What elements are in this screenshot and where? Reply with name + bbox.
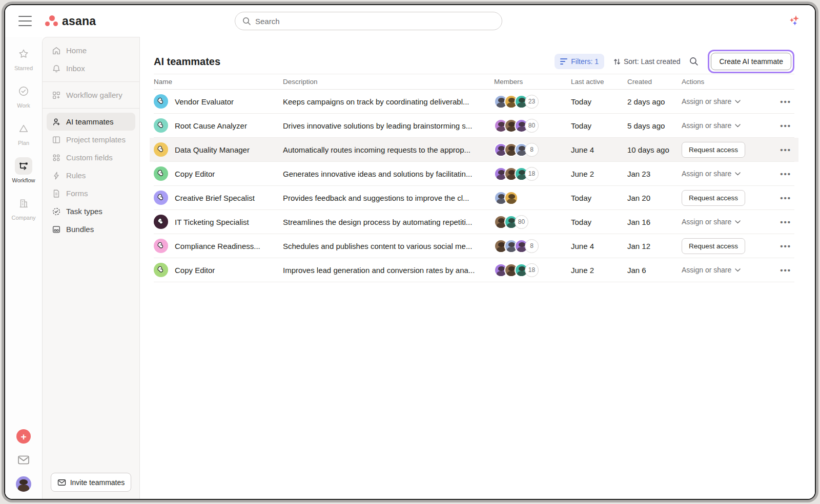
members-avatar-group[interactable]: 18 — [494, 263, 571, 277]
assign-or-share-dropdown[interactable]: Assign or share — [682, 97, 758, 106]
teammate-avatar-icon — [154, 239, 168, 253]
rail-item-workflow[interactable]: Workflow — [12, 157, 35, 183]
sort-arrows-icon — [613, 58, 621, 66]
assign-or-share-label: Assign or share — [682, 121, 731, 130]
more-options-button[interactable]: ••• — [780, 266, 791, 275]
assign-or-share-dropdown[interactable]: Assign or share — [682, 218, 758, 226]
sidebar-item-bundles[interactable]: Bundles — [47, 220, 135, 238]
table-row[interactable]: Creative Brief Specalist Provides feedba… — [154, 186, 794, 210]
table-row[interactable]: Vendor Evaluator Keeps campaigns on trac… — [154, 90, 794, 114]
table-search-icon[interactable] — [689, 57, 699, 66]
teammate-name: Data Quality Manager — [175, 145, 250, 154]
create-ai-teammate-button[interactable]: Create AI teammate — [711, 53, 791, 70]
invite-teammates-button[interactable]: Invite teammates — [51, 473, 131, 492]
sidebar-item-rules[interactable]: Rules — [47, 166, 135, 184]
bundles-icon — [52, 225, 61, 234]
sidebar-item-forms[interactable]: Forms — [47, 184, 135, 202]
teammate-name: Vendor Evaluator — [175, 97, 234, 106]
members-avatar-group[interactable]: 8 — [494, 143, 571, 157]
request-access-button[interactable]: Request access — [682, 190, 745, 206]
member-count-badge: 18 — [525, 263, 539, 277]
more-options-button[interactable]: ••• — [780, 97, 791, 106]
column-header-last-active[interactable]: Last active — [571, 78, 627, 86]
filter-icon — [560, 58, 567, 65]
teammate-name: IT Ticketing Specialist — [175, 218, 249, 226]
mail-icon[interactable] — [17, 455, 30, 465]
ai-sparkles-icon[interactable] — [787, 14, 801, 28]
rail-label: Plan — [18, 140, 29, 146]
workflow-icon — [15, 157, 32, 175]
teammate-name: Creative Brief Specalist — [175, 194, 255, 202]
sidebar-item-custom-fields[interactable]: Custom fields — [47, 149, 135, 166]
members-avatar-group[interactable]: 23 — [494, 95, 571, 109]
chevron-down-icon — [735, 268, 741, 272]
column-header-name[interactable]: Name — [154, 78, 283, 86]
sidebar-item-task-types[interactable]: Task types — [47, 202, 135, 220]
last-active-value: Today — [571, 121, 627, 130]
members-avatar-group[interactable]: 18 — [494, 167, 571, 181]
more-options-button[interactable]: ••• — [780, 121, 791, 130]
filters-button[interactable]: Filters: 1 — [555, 54, 604, 69]
rail-label: Work — [17, 102, 30, 109]
column-header-description[interactable]: Description — [283, 78, 494, 86]
asana-logo-icon — [45, 15, 58, 27]
teammate-avatar-icon — [154, 263, 168, 277]
member-count-badge: 80 — [525, 119, 539, 133]
sidebar-divider — [43, 81, 139, 82]
members-avatar-group[interactable] — [494, 191, 571, 205]
mail-icon — [57, 479, 66, 486]
rail-item-starred[interactable]: Starred — [14, 45, 33, 71]
more-options-button[interactable]: ••• — [780, 194, 791, 202]
table-row[interactable]: Copy Editor Improves lead generation and… — [154, 258, 794, 282]
assign-or-share-dropdown[interactable]: Assign or share — [682, 121, 758, 130]
column-header-actions[interactable]: Actions — [682, 78, 758, 86]
sidebar-item-ai-teammates[interactable]: AI teammates — [47, 113, 135, 131]
table-row[interactable]: Data Quality Manager Automatically route… — [154, 138, 794, 162]
last-active-value: June 2 — [571, 266, 627, 275]
main-content: AI teammates Filters: 1 Sort: Last creat… — [140, 37, 815, 499]
more-options-button[interactable]: ••• — [780, 242, 791, 250]
table-row[interactable]: Root Cause Analyzer Drives innovative so… — [154, 114, 794, 138]
request-access-button[interactable]: Request access — [682, 142, 745, 158]
table-row[interactable]: Compliance Readiness... Schedules and pu… — [154, 234, 794, 258]
sidebar-item-workflow-gallery[interactable]: Workflow gallery — [47, 86, 135, 104]
teammate-name: Compliance Readiness... — [175, 242, 260, 250]
page-title: AI teammates — [154, 56, 220, 68]
members-avatar-group[interactable]: 80 — [494, 119, 571, 133]
rail-item-plan[interactable]: Plan — [15, 120, 32, 146]
assign-or-share-label: Assign or share — [682, 97, 731, 106]
more-options-button[interactable]: ••• — [780, 145, 791, 154]
assign-or-share-dropdown[interactable]: Assign or share — [682, 170, 758, 178]
sort-button[interactable]: Sort: Last created — [613, 57, 681, 66]
sidebar-item-project-templates[interactable]: Project templates — [47, 131, 135, 149]
sidebar-item-label: Rules — [66, 171, 86, 180]
rail-label: Starred — [14, 65, 33, 71]
sidebar-item-home[interactable]: Home — [47, 41, 135, 59]
request-access-button[interactable]: Request access — [682, 238, 745, 254]
sidebar-divider — [43, 108, 139, 109]
sidebar-item-inbox[interactable]: Inbox — [47, 59, 135, 77]
rail-label: Workflow — [12, 177, 35, 183]
column-header-members[interactable]: Members — [494, 78, 571, 86]
quick-add-button[interactable]: + — [16, 429, 31, 444]
rail-item-company[interactable]: Company — [11, 195, 35, 221]
sidebar-item-label: Workflow gallery — [66, 91, 122, 99]
search-icon — [242, 17, 251, 26]
asana-logo[interactable]: asana — [45, 14, 96, 28]
sidebar-item-label: Custom fields — [66, 153, 113, 162]
search-input[interactable]: Search — [235, 12, 502, 30]
member-count-badge: 8 — [525, 239, 539, 253]
assign-or-share-dropdown[interactable]: Assign or share — [682, 266, 758, 274]
rail-item-work[interactable]: Work — [15, 82, 32, 109]
table-row[interactable]: IT Ticketing Specialist Streamlines the … — [154, 210, 794, 234]
document-icon — [52, 189, 61, 198]
column-header-created[interactable]: Created — [627, 78, 682, 86]
more-options-button[interactable]: ••• — [780, 170, 791, 178]
more-options-button[interactable]: ••• — [780, 218, 791, 226]
hamburger-menu-icon[interactable] — [18, 16, 32, 26]
task-types-icon — [52, 207, 61, 216]
table-row[interactable]: Copy Editor Generates innovative ideas a… — [154, 162, 794, 186]
members-avatar-group[interactable]: 80 — [494, 215, 571, 229]
user-avatar[interactable] — [16, 476, 31, 492]
members-avatar-group[interactable]: 8 — [494, 239, 571, 253]
